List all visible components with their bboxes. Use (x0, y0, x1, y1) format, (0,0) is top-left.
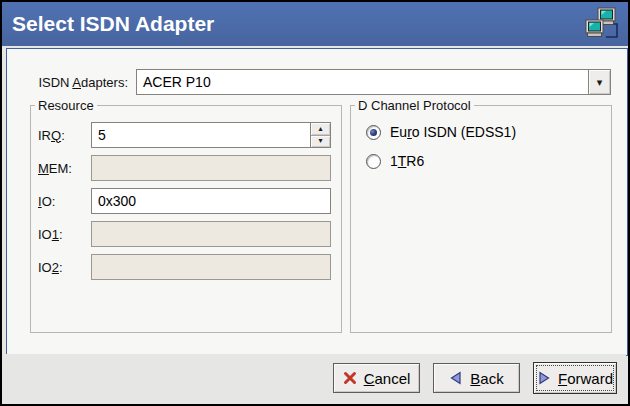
mem-label: MEM: (38, 161, 91, 176)
field-row-io1: IO1: (38, 221, 331, 247)
cancel-button-label: Cancel (364, 370, 411, 387)
back-button[interactable]: Back (433, 363, 520, 393)
dialog-content: ISDN Adapters: ACER P10 ▾ Resource IRQ: … (6, 48, 628, 356)
irq-spin-down-button[interactable]: ▾ (311, 135, 330, 148)
cancel-x-icon (343, 371, 357, 385)
radio-label: 1TR6 (390, 153, 424, 169)
field-row-mem: MEM: (38, 155, 331, 181)
resource-groupbox: Resource IRQ: ▴ ▾ MEM: (30, 105, 342, 333)
field-row-io2: IO2: (38, 254, 331, 280)
irq-spin-up-button[interactable]: ▴ (311, 123, 330, 135)
io1-input (91, 221, 331, 247)
radio-option-1tr6[interactable]: 1TR6 (366, 153, 601, 169)
back-button-label: Back (470, 370, 503, 387)
forward-button[interactable]: Forward (533, 362, 617, 394)
combobox-value: ACER P10 (137, 70, 588, 94)
io2-label: IO2: (38, 260, 91, 275)
io1-label: IO1: (38, 227, 91, 242)
dialog-button-bar: Cancel Back Forward (4, 354, 626, 402)
field-row-io: IO: (38, 188, 331, 214)
irq-spinner: ▴ ▾ (310, 123, 330, 147)
d-channel-protocol-groupbox: D Channel Protocol Euro ISDN (EDSS1) 1TR… (350, 105, 612, 333)
adapter-row: ISDN Adapters: ACER P10 ▾ (19, 69, 611, 95)
radio-button-icon[interactable] (366, 154, 381, 169)
io-label: IO: (38, 194, 91, 209)
dialog-titlebar: Select ISDN Adapter (2, 2, 628, 46)
spin-up-icon: ▴ (318, 125, 322, 133)
forward-button-label: Forward (558, 370, 613, 387)
arrow-right-icon (537, 371, 551, 385)
arrow-left-icon (449, 371, 463, 385)
d-channel-protocol-group-title: D Channel Protocol (355, 98, 474, 113)
radio-label: Euro ISDN (EDSS1) (390, 124, 516, 140)
io2-input (91, 254, 331, 280)
field-row-irq: IRQ: ▴ ▾ (38, 122, 331, 148)
combobox-dropdown-button[interactable]: ▾ (588, 70, 610, 94)
isdn-adapters-label: ISDN Adapters: (19, 75, 128, 90)
io-input[interactable] (91, 188, 331, 214)
select-isdn-adapter-dialog: Select ISDN Adapter ISDN Adapters: ACER … (0, 0, 630, 406)
radio-button-icon[interactable] (366, 125, 381, 140)
resource-group-title: Resource (35, 98, 97, 113)
radio-option-euro-isdn[interactable]: Euro ISDN (EDSS1) (366, 124, 601, 140)
mem-input (91, 155, 331, 181)
content-columns: Resource IRQ: ▴ ▾ MEM: (30, 105, 612, 333)
page-title: Select ISDN Adapter (12, 12, 584, 36)
cancel-button[interactable]: Cancel (333, 363, 420, 393)
isdn-adapter-combobox[interactable]: ACER P10 ▾ (136, 69, 611, 95)
irq-label: IRQ: (38, 128, 91, 143)
spin-down-icon: ▾ (318, 137, 322, 145)
chevron-down-icon: ▾ (597, 76, 603, 89)
irq-input[interactable] (91, 122, 331, 148)
network-computers-icon (584, 6, 620, 42)
